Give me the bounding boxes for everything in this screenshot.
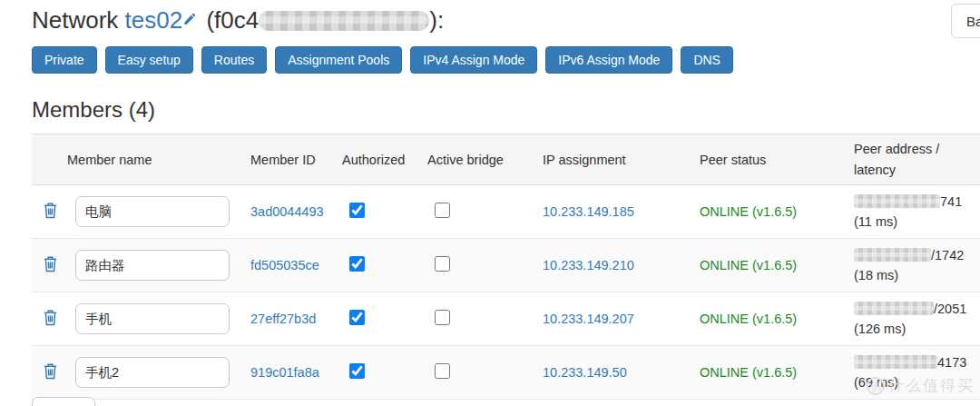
peer-address-suffix: /2051 [934, 302, 966, 316]
title-network-label: Network [32, 6, 125, 34]
delete-member-button[interactable] [43, 362, 58, 382]
peer-status: ONLINE (v1.6.5) [700, 258, 797, 272]
col-member-name: Member name [64, 134, 247, 185]
peer-latency: (11 ms) [854, 213, 980, 231]
member-row: fd505035ce 10.233.149.210 ONLINE (v1.6.5… [32, 239, 980, 292]
assignment-pools-button[interactable]: Assignment Pools [275, 46, 402, 74]
member-id-link[interactable]: 3ad0044493 [250, 204, 324, 219]
member-id-link[interactable]: fd505035ce [250, 258, 319, 272]
members-table: Member name Member ID Authorized Active … [32, 134, 980, 400]
peer-latency: (18 ms) [854, 266, 980, 284]
active-bridge-checkbox[interactable] [435, 203, 450, 218]
authorized-checkbox[interactable] [349, 256, 365, 272]
network-id: (f0c4): [206, 6, 444, 34]
col-peer-status: Peer status [696, 134, 850, 185]
private-button[interactable]: Private [32, 46, 97, 74]
member-id-link[interactable]: 919c01fa8a [250, 365, 319, 380]
member-id-link[interactable]: 27eff27b3d [250, 312, 316, 326]
members-heading: Members (4) [32, 97, 980, 123]
ip-assignment-link[interactable]: 10.233.149.207 [543, 312, 634, 326]
active-bridge-checkbox[interactable] [435, 363, 450, 379]
network-name-link[interactable]: tes02 [125, 6, 183, 34]
peer-status: ONLINE (v1.6.5) [700, 365, 797, 380]
peer-address-suffix: 741 [940, 194, 962, 209]
redacted-peer-address [854, 355, 937, 369]
authorized-checkbox[interactable] [349, 310, 365, 325]
member-row: 27eff27b3d 10.233.149.207 ONLINE (v1.6.5… [32, 292, 980, 346]
toolbar: Private Easy setup Routes Assignment Poo… [32, 46, 980, 74]
col-active-bridge: Active bridge [424, 134, 539, 185]
peer-status: ONLINE (v1.6.5) [700, 312, 797, 326]
ipv4-assign-mode-button[interactable]: IPv4 Assign Mode [410, 46, 537, 74]
col-member-id: Member ID [247, 134, 338, 185]
dns-button[interactable]: DNS [681, 46, 733, 74]
authorized-checkbox[interactable] [349, 203, 365, 218]
authorized-checkbox[interactable] [349, 363, 365, 379]
col-peer-address: Peer address / latency [850, 134, 980, 185]
page-title: Network tes02 (f0c4): [32, 3, 980, 35]
ip-assignment-link[interactable]: 10.233.149.50 [543, 365, 627, 380]
delete-member-button[interactable] [43, 309, 58, 329]
active-bridge-checkbox[interactable] [435, 310, 450, 325]
redacted-peer-address [854, 302, 934, 315]
delete-member-button[interactable] [43, 202, 58, 222]
peer-address-suffix: 4173 [937, 355, 966, 370]
col-ip-assignment: IP assignment [539, 134, 696, 185]
redacted-peer-address [854, 194, 940, 208]
peer-status: ONLINE (v1.6.5) [700, 204, 797, 219]
back-button[interactable]: Back [951, 4, 980, 38]
redacted-peer-address [854, 248, 931, 262]
next-member-name-input[interactable] [32, 397, 95, 406]
easy-setup-button[interactable]: Easy setup [105, 46, 193, 74]
member-name-input[interactable] [75, 303, 230, 334]
active-bridge-checkbox[interactable] [435, 256, 450, 272]
table-header-row: Member name Member ID Authorized Active … [32, 134, 980, 185]
network-page: Network tes02 (f0c4): Private Easy setup… [0, 0, 980, 400]
col-authorized: Authorized [338, 134, 424, 185]
delete-member-button[interactable] [43, 255, 58, 275]
smzdm-logo-icon: 值 [865, 375, 887, 397]
col-delete [32, 134, 64, 185]
member-row: 919c01fa8a 10.233.149.50 ONLINE (v1.6.5)… [32, 346, 980, 400]
watermark-text: 什么值得买 [888, 375, 975, 396]
member-row: 3ad0044493 10.233.149.185 ONLINE (v1.6.5… [32, 185, 980, 239]
member-name-input[interactable] [75, 357, 230, 388]
member-name-input[interactable] [75, 196, 230, 227]
smzdm-watermark: 值 什么值得买 [867, 375, 975, 396]
peer-latency: (126 ms) [854, 320, 980, 338]
routes-button[interactable]: Routes [201, 46, 267, 74]
ip-assignment-link[interactable]: 10.233.149.210 [543, 258, 634, 272]
member-name-input[interactable] [75, 250, 230, 281]
ipv6-assign-mode-button[interactable]: IPv6 Assign Mode [545, 46, 672, 74]
peer-address-suffix: /1742 [931, 248, 964, 262]
ip-assignment-link[interactable]: 10.233.149.185 [543, 204, 634, 219]
redacted-network-id [259, 11, 429, 31]
edit-pencil-icon[interactable] [182, 3, 196, 34]
